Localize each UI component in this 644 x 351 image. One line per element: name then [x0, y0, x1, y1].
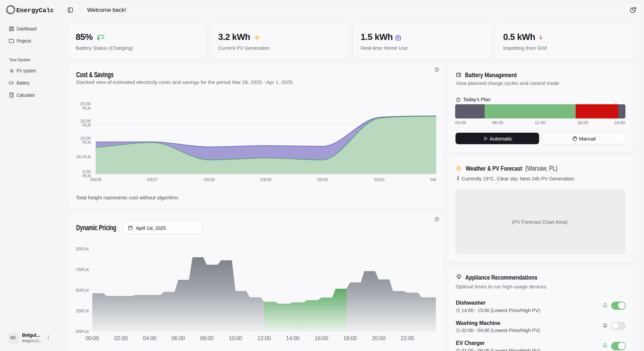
svg-text:PLN: PLN: [83, 174, 91, 178]
svg-text:.00 PLN: .00 PLN: [75, 155, 91, 159]
svg-text:10:00: 10:00: [229, 335, 242, 341]
svg-text:03/29: 03/29: [261, 177, 272, 182]
svg-text:PLN: PLN: [83, 140, 91, 145]
svg-text:08:00: 08:00: [200, 335, 214, 341]
svg-text:50PLN: 50PLN: [76, 288, 89, 293]
svg-text:00:00: 00:00: [86, 335, 99, 341]
svg-text:03/26: 03/26: [90, 177, 102, 182]
svg-text:03/30: 03/30: [317, 177, 328, 182]
svg-text:00PLN: 00PLN: [76, 247, 89, 251]
svg-text:03/31: 03/31: [374, 177, 385, 182]
svg-text:12:00: 12:00: [258, 335, 271, 341]
svg-text:02:00: 02:00: [114, 335, 128, 341]
svg-text:18:00: 18:00: [343, 335, 357, 341]
svg-text:03/28: 03/28: [204, 177, 215, 182]
svg-text:.75PLN: .75PLN: [74, 267, 89, 272]
svg-text:00PLN: 00PLN: [76, 329, 89, 334]
svg-text:04:00: 04:00: [143, 335, 156, 341]
svg-text:16:00: 16:00: [315, 335, 328, 341]
svg-text:06:00: 06:00: [172, 335, 185, 341]
svg-text:04/: 04/: [430, 177, 436, 182]
svg-text:14:00: 14:00: [286, 335, 299, 341]
svg-text:03/27: 03/27: [147, 177, 158, 182]
svg-text:22:00: 22:00: [401, 335, 414, 341]
svg-text:25PLN: 25PLN: [76, 309, 89, 313]
svg-text:PLN: PLN: [83, 106, 91, 111]
svg-text:20:00: 20:00: [372, 335, 385, 341]
svg-text:PLN: PLN: [83, 123, 91, 128]
